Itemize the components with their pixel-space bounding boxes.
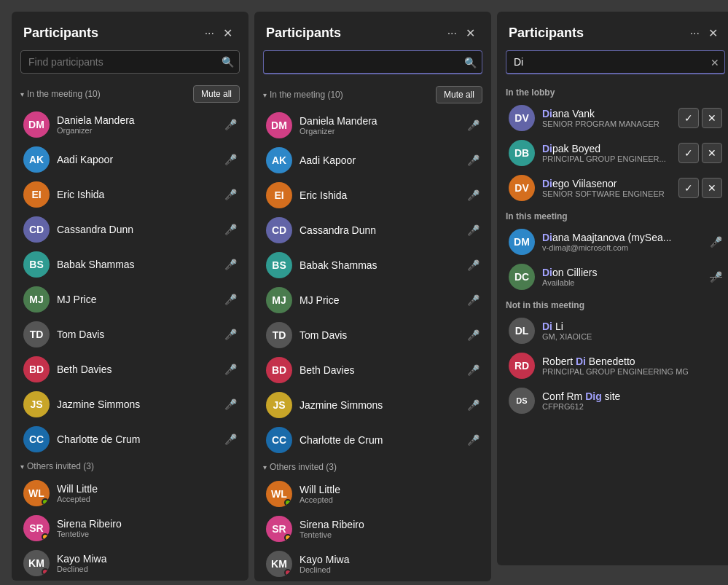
participant-info: Eric Ishida [300,189,461,201]
participant-name: Babak Shammas [57,259,219,270]
participant-item[interactable]: CD Cassandra Dunn 🎤 [257,213,488,248]
participant-item[interactable]: EI Eric Ishida 🎤 [15,177,246,212]
participant-item[interactable]: BS Babak Shammas 🎤 [257,248,488,283]
avatar: MJ [266,287,292,313]
participant-item[interactable]: RD Robert Di Benedetto PRINCIPAL GROUP E… [500,348,728,383]
participant-item[interactable]: WL Will Little Accepted [15,476,246,511]
deny-button[interactable]: ✕ [702,143,722,163]
avatar: DB [509,140,535,166]
participant-item[interactable]: CD Cassandra Dunn 🎤 [15,212,246,247]
participant-item[interactable]: CC Charlotte de Crum 🎤 [257,423,488,458]
avatar: TD [23,321,50,348]
participant-item[interactable]: SR Sirena Ribeiro Tentetive [15,511,246,546]
participant-name: Diego Viilasenor [542,178,673,189]
avatar: EI [266,182,292,208]
participant-item[interactable]: JS Jazmine Simmons 🎤 [15,387,246,422]
avatar: SR [266,516,292,542]
participant-sub: Organizer [300,127,461,136]
mic-icon: 🎤 [467,154,480,166]
participant-item[interactable]: KM Kayo Miwa Declined [257,546,488,581]
participant-item[interactable]: EI Eric Ishida 🎤 [257,178,488,213]
deny-button[interactable]: ✕ [702,178,722,198]
participant-item[interactable]: DS Conf Rm Dig site CFPRG612 [500,383,728,418]
mic-icon: 🎤 [224,329,237,340]
participant-item[interactable]: AK Aadi Kapoor 🎤 [257,143,488,178]
more-options-button-2[interactable]: ··· [443,24,461,43]
panel-title-2: Participants [266,25,443,41]
participant-item[interactable]: DL Di Li GM, XIAOICE [500,313,728,348]
mute-all-button-1[interactable]: Mute all [193,85,240,103]
participant-info: Sirena Ribeiro Tentetive [300,519,480,539]
search-input-3[interactable] [506,50,725,74]
mute-all-button-2[interactable]: Mute all [436,86,482,103]
mic-icon: 🎤 [224,433,237,445]
admit-button[interactable]: ✓ [678,178,699,198]
participant-item[interactable]: MJ MJ Price 🎤 [15,282,246,317]
search-icon-button-2[interactable]: 🔍 [464,57,477,68]
participant-item[interactable]: BD Beth Davies 🎤 [257,353,488,388]
more-options-button-3[interactable]: ··· [686,24,704,43]
avatar: WL [23,480,50,506]
participant-sub: Tentetive [57,530,237,538]
participant-name: Tom Davis [300,329,461,341]
participant-name: Cassandra Dunn [57,224,219,235]
participant-name: Beth Davies [300,364,461,376]
participant-item[interactable]: SR Sirena Ribeiro Tentetive [257,511,488,546]
participant-item[interactable]: DM Diana Maajtanova (mySeа... v-dimajt@m… [500,224,728,259]
close-button-1[interactable]: ✕ [219,23,237,43]
participant-sub: GM, XIAOICE [542,332,722,341]
panel-title-1: Participants [23,25,200,41]
search-input-2[interactable] [263,50,482,74]
avatar: RD [509,353,535,379]
participant-sub: Accepted [57,495,237,503]
participant-item[interactable]: DM Daniela Mandera Organizer 🎤 [15,107,246,142]
more-options-button-1[interactable]: ··· [200,24,219,43]
participant-name: Dipak Boyed [542,143,673,154]
chevron-icon-1: ▾ [20,90,24,98]
avatar: CC [266,427,292,453]
panel-header-3: Participants ··· ✕ [497,12,728,50]
participant-name: Eric Ishida [57,189,219,200]
participant-info: Babak Shammas [57,259,219,270]
deny-button[interactable]: ✕ [702,108,722,128]
participant-name: Dion Cilliers [542,267,704,278]
participant-item[interactable]: MJ MJ Price 🎤 [257,283,488,318]
participant-item[interactable]: DC Dion Cilliers Available 🎤 [500,259,728,294]
participant-item[interactable]: TD Tom Davis 🎤 [15,317,246,352]
participant-item[interactable]: BS Babak Shammas 🎤 [15,247,246,282]
avatar: DV [509,105,535,131]
admit-button[interactable]: ✓ [678,108,699,128]
participant-item[interactable]: KM Kayo Miwa Declined [15,546,246,581]
others-invited-section-1: ▾ Others invited (3) [12,457,248,476]
clear-search-button[interactable]: ✕ [711,57,719,68]
search-input-1[interactable] [20,50,240,74]
participant-item[interactable]: TD Tom Davis 🎤 [257,318,488,353]
participant-info: Robert Di Benedetto PRINCIPAL GROUP ENGI… [542,356,722,376]
participant-item[interactable]: WL Will Little Accepted [257,476,488,511]
search-icon-button-1[interactable]: 🔍 [222,56,234,68]
participant-item[interactable]: JS Jazmine Simmons 🎤 [257,388,488,423]
participant-item[interactable]: DV Diego Viilasenor SENIOR SOFTWARE ENGI… [500,170,728,205]
participant-item[interactable]: DV Diana Vank SENIOR PROGRAM MANAGER ✓ ✕ [500,101,728,136]
participant-item[interactable]: DB Dipak Boyed PRINCIPAL GROUP ENGINEER.… [500,136,728,170]
participant-item[interactable]: BD Beth Davies 🎤 [15,352,246,387]
participant-sub: SENIOR PROGRAM MANAGER [542,119,673,128]
panel-header-2: Participants ··· ✕ [254,12,491,50]
participant-name: Daniela Mandera [300,115,461,127]
close-button-2[interactable]: ✕ [461,23,480,43]
in-meeting-section-2: ▾ In the meeting (10) Mute all [254,82,491,108]
participant-name: Sirena Ribeiro [57,518,237,530]
participant-name: Diana Vank [542,108,673,119]
participant-name: Sirena Ribeiro [300,519,480,530]
participant-info: Beth Davies [300,364,461,376]
in-meeting-label-3: In this meeting [497,205,728,224]
participant-info: Cassandra Dunn [57,224,219,235]
participant-item[interactable]: CC Charlotte de Crum 🎤 [15,422,246,457]
participant-item[interactable]: AK Aadi Kapoor 🎤 [15,142,246,177]
participant-name: MJ Price [57,294,219,305]
participant-name: Daniela Mandera [57,114,219,126]
status-dot [42,533,49,541]
participant-item[interactable]: DM Daniela Mandera Organizer 🎤 [257,108,488,143]
admit-button[interactable]: ✓ [678,143,699,163]
close-button-3[interactable]: ✕ [704,23,722,43]
